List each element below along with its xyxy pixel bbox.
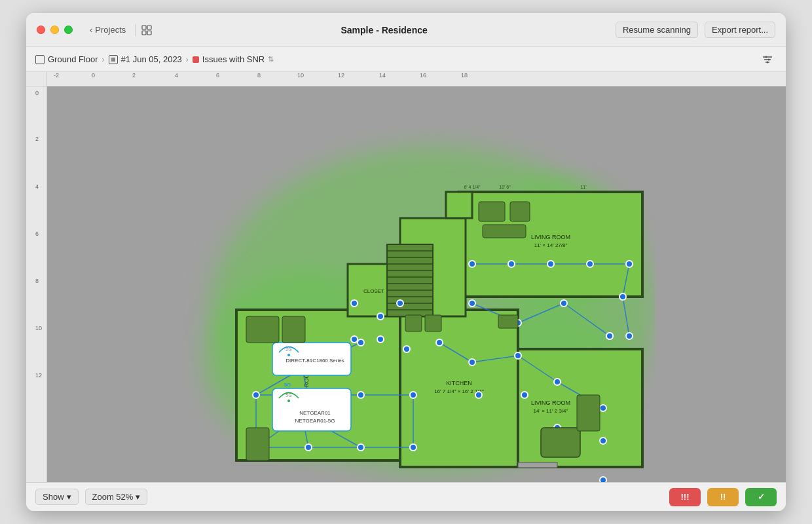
- svg-point-73: [508, 261, 515, 267]
- bottom-bar: Show ▾ Zoom 52% ▾ !!! !! ✓: [26, 482, 786, 511]
- svg-text:10' 6": 10' 6": [499, 185, 511, 189]
- svg-point-90: [475, 392, 482, 398]
- svg-point-88: [600, 405, 606, 411]
- svg-rect-127: [282, 316, 305, 343]
- svg-rect-131: [498, 315, 518, 328]
- svg-rect-125: [577, 395, 600, 431]
- svg-text:LIVING ROOM: LIVING ROOM: [531, 234, 570, 240]
- scan-label: #1 Jun 05, 2023: [121, 54, 182, 64]
- svg-point-7: [766, 56, 767, 58]
- titlebar: ‹ Projects Sample - Residence Resume sca…: [26, 13, 786, 47]
- minimize-button[interactable]: [50, 26, 59, 34]
- svg-rect-128: [246, 428, 269, 460]
- breadcrumb-bar: Ground Floor › ▦ #1 Jun 05, 2023 › Issue…: [26, 47, 786, 72]
- maximize-button[interactable]: [64, 26, 73, 34]
- svg-rect-3: [147, 31, 151, 35]
- svg-rect-31: [387, 244, 433, 316]
- floor-plan-icon: [35, 55, 45, 64]
- ruler-tick: 0: [92, 72, 95, 79]
- ruler-top: -2 0 2 4 6 8 10 12 14 16 18: [47, 72, 786, 86]
- svg-point-87: [554, 379, 561, 385]
- canvas-area[interactable]: -2 0 2 4 6 8 10 12 14 16 18 0 2 4 6 8 10…: [26, 72, 786, 482]
- breadcrumb-scan[interactable]: ▦ #1 Jun 05, 2023: [109, 54, 182, 64]
- ruler-corner: [26, 72, 47, 86]
- svg-text:11' × 14' 27/8": 11' × 14' 27/8": [534, 242, 568, 248]
- svg-point-111: [287, 354, 290, 356]
- status-yellow-button[interactable]: !!: [707, 488, 739, 506]
- svg-rect-130: [425, 315, 441, 331]
- filter-button[interactable]: [758, 50, 777, 69]
- grid-layout-icon[interactable]: [141, 24, 153, 36]
- ruler-tick: 4: [35, 183, 39, 190]
- titlebar-nav: ‹ Projects: [86, 24, 153, 36]
- ruler-tick: 8: [35, 278, 39, 284]
- zoom-label: Zoom 52%: [92, 492, 134, 502]
- svg-text:DIRECT-81C1860 Series: DIRECT-81C1860 Series: [286, 358, 344, 364]
- svg-point-77: [619, 293, 626, 300]
- svg-point-96: [397, 300, 403, 307]
- svg-rect-2: [142, 31, 146, 35]
- svg-point-106: [600, 477, 606, 482]
- svg-point-108: [377, 336, 384, 343]
- svg-point-75: [587, 261, 593, 267]
- svg-point-93: [358, 339, 364, 346]
- svg-text:KITCHEN: KITCHEN: [446, 380, 472, 386]
- status-green-button[interactable]: ✓: [745, 488, 777, 506]
- ruler-tick: 6: [35, 231, 39, 237]
- back-button[interactable]: ‹ Projects: [86, 24, 130, 36]
- svg-point-86: [515, 352, 521, 359]
- svg-text:5G: 5G: [286, 393, 291, 398]
- svg-point-95: [351, 300, 358, 307]
- floorplan-container: LIVING ROOM 14' 9 3/4" LIVING ROOM 11' ×…: [47, 86, 786, 482]
- breadcrumb-issue[interactable]: Issues with SNR ⇅: [193, 54, 274, 64]
- svg-point-101: [410, 392, 416, 398]
- svg-point-94: [377, 313, 384, 320]
- show-button[interactable]: Show ▾: [35, 489, 79, 505]
- svg-text:11': 11': [580, 185, 586, 189]
- close-button[interactable]: [37, 26, 45, 34]
- svg-point-78: [626, 333, 633, 339]
- resume-scanning-button[interactable]: Resume scanning: [616, 22, 698, 38]
- svg-text:2G: 2G: [286, 347, 291, 352]
- svg-rect-0: [142, 26, 146, 29]
- calendar-icon: ▦: [109, 55, 118, 64]
- issue-label: Issues with SNR: [202, 54, 265, 64]
- svg-point-107: [351, 336, 358, 343]
- breadcrumb-sep-2: ›: [186, 55, 189, 64]
- svg-point-72: [469, 261, 475, 267]
- svg-point-100: [358, 392, 364, 398]
- status-red-button[interactable]: !!!: [669, 488, 701, 506]
- svg-point-80: [469, 300, 475, 307]
- ruler-tick: 10: [35, 325, 42, 331]
- ruler-tick: 6: [216, 72, 219, 79]
- svg-rect-1: [147, 26, 151, 29]
- svg-point-84: [436, 339, 443, 346]
- svg-point-104: [358, 444, 364, 451]
- svg-rect-30: [446, 192, 472, 218]
- floorplan-svg: LIVING ROOM 14' 9 3/4" LIVING ROOM 11' ×…: [177, 113, 655, 482]
- ruler-left: 0 2 4 6 8 10 12: [26, 86, 47, 482]
- svg-text:NETGEAR01: NETGEAR01: [299, 410, 331, 416]
- ap-device-5g[interactable]: 5G 5G NETGEAR01 NETGEAR01-5G: [272, 382, 351, 431]
- svg-rect-124: [541, 428, 580, 457]
- svg-rect-122: [510, 202, 530, 221]
- svg-rect-120: [518, 462, 557, 468]
- svg-point-8: [768, 58, 770, 60]
- zoom-button[interactable]: Zoom 52% ▾: [85, 489, 148, 505]
- svg-point-105: [410, 444, 416, 451]
- svg-point-103: [305, 444, 312, 451]
- ruler-tick: 14: [379, 72, 386, 79]
- export-report-button[interactable]: Export report...: [705, 22, 775, 38]
- ruler-tick: 8: [257, 72, 261, 79]
- svg-text:14' × 11' 2 3/4": 14' × 11' 2 3/4": [534, 408, 568, 414]
- svg-point-76: [626, 261, 633, 267]
- breadcrumb-floor[interactable]: Ground Floor: [35, 54, 98, 64]
- svg-point-97: [403, 346, 410, 352]
- main-window: ‹ Projects Sample - Residence Resume sca…: [26, 13, 786, 511]
- chevron-left-icon: ‹: [90, 25, 92, 35]
- svg-text:LIVING ROOM: LIVING ROOM: [531, 400, 570, 406]
- ruler-tick: -2: [54, 72, 59, 79]
- svg-text:NETGEAR01-5G: NETGEAR01-5G: [295, 418, 335, 424]
- zoom-chevron-icon: ▾: [136, 492, 140, 502]
- svg-point-85: [469, 359, 475, 365]
